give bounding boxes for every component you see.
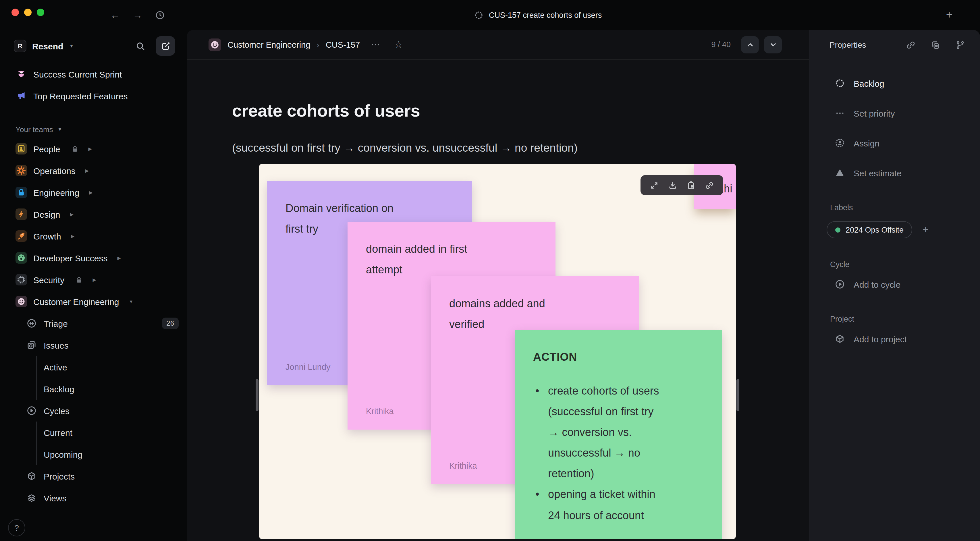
issue-document: create cohorts of users (successful on f… — [187, 60, 809, 539]
copy-branch-name-button[interactable] — [955, 40, 965, 50]
breadcrumb-team[interactable]: Customer Engineering — [228, 40, 310, 49]
window-title: CUS-157 create cohorts of users — [474, 0, 602, 30]
add-label-button[interactable]: + — [923, 224, 929, 236]
chevron-right-icon[interactable]: ▶ — [92, 277, 96, 282]
properties-panel: Properties Backlog — [809, 30, 980, 541]
forward-button[interactable]: → — [133, 10, 142, 20]
workspace-chevron-down-icon[interactable]: ▾ — [70, 43, 73, 49]
sticky-note-green-action: ACTION create cohorts of users (successf… — [515, 329, 722, 539]
sidebar-team-customer-engineering[interactable]: Customer Engineering ▼ — [0, 291, 187, 312]
note-author: Krithika — [449, 461, 477, 470]
help-button[interactable]: ? — [8, 519, 25, 536]
issue-title[interactable]: create cohorts of users — [232, 101, 809, 121]
sidebar-item-current[interactable]: Current — [0, 422, 187, 443]
embedded-image[interactable]: Domain verification on first try Jonni L… — [259, 164, 736, 539]
sidebar-item-projects[interactable]: Projects — [0, 465, 187, 487]
developer-success-team-icon — [16, 252, 27, 264]
sidebar-item-active[interactable]: Active — [0, 356, 187, 378]
label-pill[interactable]: 2024 Ops Offsite — [827, 221, 912, 238]
favorite-star-icon[interactable]: ☆ — [395, 39, 402, 50]
sidebar-item-cycles[interactable]: Cycles — [0, 400, 187, 422]
workspace-logo[interactable]: R — [14, 40, 26, 52]
cycle-icon — [835, 279, 845, 290]
close-window-button[interactable] — [11, 9, 19, 16]
chevron-right-icon[interactable]: ▶ — [89, 190, 92, 195]
project-header: Project — [826, 315, 969, 323]
sidebar-team-operations[interactable]: Operations ▶ — [0, 160, 187, 181]
new-issue-button[interactable] — [156, 36, 175, 56]
priority-icon — [835, 108, 845, 118]
issue-header: Customer Engineering › CUS-157 ⋯ ☆ 9 / 4… — [187, 30, 809, 60]
chevron-right-icon[interactable]: ▶ — [71, 234, 75, 239]
issue-description[interactable]: (successful on first try → conversion vs… — [232, 141, 809, 154]
copy-link-button[interactable] — [705, 181, 714, 190]
note-author: Jonni Lundy — [285, 363, 330, 372]
sidebar-item-top-requested-features[interactable]: Top Requested Features — [0, 85, 187, 107]
chevron-right-icon[interactable]: ▶ — [117, 255, 121, 261]
sidebar-team-growth[interactable]: Growth ▶ — [0, 225, 187, 247]
chevron-right-icon[interactable]: ▶ — [88, 146, 92, 151]
link-icon — [906, 40, 916, 50]
cycle-header: Cycle — [826, 260, 969, 269]
history-icon[interactable] — [155, 10, 165, 20]
your-teams-header[interactable]: Your teams ▼ — [0, 121, 187, 138]
chevron-right-icon[interactable]: ▶ — [85, 168, 89, 173]
image-resize-handle-right[interactable] — [737, 379, 739, 411]
add-to-cycle-button[interactable]: Add to cycle — [826, 276, 969, 293]
security-team-icon — [16, 274, 27, 285]
cycles-icon — [26, 406, 37, 416]
next-issue-button[interactable] — [764, 36, 782, 53]
minimize-window-button[interactable] — [24, 9, 32, 16]
sidebar-team-security[interactable]: Security ▶ — [0, 269, 187, 291]
titlebar: ← → CUS-157 create cohorts of users + — [0, 0, 980, 30]
sidebar-item-triage[interactable]: Triage 26 — [0, 312, 187, 334]
sidebar-team-engineering[interactable]: Engineering ▶ — [0, 181, 187, 203]
sidebar-item-views[interactable]: Views — [0, 487, 187, 509]
lock-icon — [71, 145, 78, 153]
copy-image-button[interactable] — [686, 181, 696, 190]
workspace-name[interactable]: Resend — [32, 41, 63, 51]
linear-app-window: ← → CUS-157 create cohorts of users + R … — [0, 0, 980, 541]
action-heading: ACTION — [533, 350, 706, 364]
priority-selector[interactable]: Set priority — [826, 105, 969, 122]
new-tab-button[interactable]: + — [946, 0, 953, 30]
label-color-dot — [835, 227, 840, 232]
sidebar-item-success-current-sprint[interactable]: Success Current Sprint — [0, 63, 187, 85]
chevron-down-icon[interactable]: ▼ — [129, 299, 134, 304]
back-button[interactable]: ← — [110, 10, 120, 20]
labels-header: Labels — [826, 203, 969, 212]
note-author: Krithika — [366, 407, 394, 416]
search-icon[interactable] — [135, 41, 145, 51]
breadcrumb: Customer Engineering › CUS-157 ⋯ ☆ — [208, 38, 402, 51]
chevron-up-icon — [746, 40, 754, 49]
chevron-right-icon[interactable]: ▶ — [70, 212, 73, 217]
lock-icon — [75, 276, 83, 283]
image-resize-handle-left[interactable] — [256, 379, 258, 411]
sidebar-item-backlog[interactable]: Backlog — [0, 378, 187, 400]
more-options-icon[interactable]: ⋯ — [371, 39, 381, 50]
estimate-selector[interactable]: Set estimate — [826, 164, 969, 181]
breadcrumb-issue-id[interactable]: CUS-157 — [326, 40, 360, 49]
copy-issue-link-button[interactable] — [906, 40, 916, 50]
sidebar-team-people[interactable]: People ▶ — [0, 138, 187, 160]
image-toolbar — [641, 175, 723, 195]
zoom-window-button[interactable] — [37, 9, 44, 16]
backlog-status-icon — [474, 11, 483, 19]
sidebar: R Resend ▾ Success Current Sprint — [0, 30, 187, 541]
projects-icon — [26, 471, 37, 481]
sidebar-item-issues[interactable]: Issues — [0, 334, 187, 356]
previous-issue-button[interactable] — [741, 36, 759, 53]
project-icon — [835, 334, 845, 344]
engineering-team-icon — [16, 187, 27, 198]
sidebar-team-design[interactable]: Design ▶ — [0, 203, 187, 225]
download-image-button[interactable] — [668, 181, 677, 190]
add-to-project-button[interactable]: Add to project — [826, 330, 969, 347]
sidebar-team-developer-success[interactable]: Developer Success ▶ — [0, 247, 187, 269]
assignee-selector[interactable]: Assign — [826, 134, 969, 152]
triage-count-badge: 26 — [162, 318, 179, 329]
expand-image-button[interactable] — [650, 181, 659, 190]
traffic-lights — [11, 9, 44, 16]
copy-issue-id-button[interactable] — [931, 40, 940, 50]
sidebar-item-upcoming[interactable]: Upcoming — [0, 443, 187, 465]
status-selector[interactable]: Backlog — [826, 75, 969, 92]
